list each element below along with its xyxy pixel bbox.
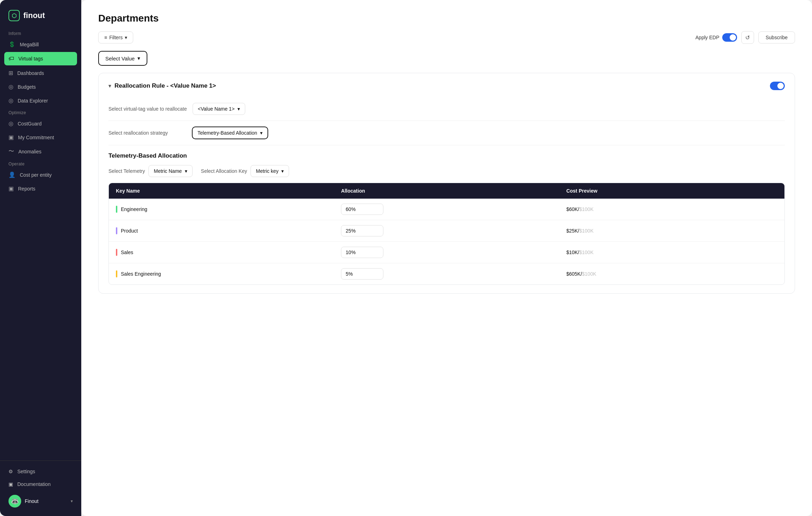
sidebar-item-anomalies[interactable]: 〜 Anomalies: [0, 144, 81, 159]
allocation-cell[interactable]: [334, 199, 559, 220]
data-explorer-icon: ◎: [8, 97, 13, 104]
telemetry-section: Telemetry-Based Allocation Select Teleme…: [108, 152, 785, 285]
filter-icon: ≡: [104, 35, 107, 40]
reset-button[interactable]: ↺: [741, 31, 754, 44]
telemetry-title: Telemetry-Based Allocation: [108, 152, 785, 159]
key-name-group: Sales: [116, 249, 327, 256]
cost-main: $10K/: [566, 250, 579, 255]
collapse-icon[interactable]: ▾: [108, 83, 111, 89]
reallocation-toggle[interactable]: [770, 82, 785, 90]
sidebar-item-reports[interactable]: ▣ Reports: [0, 182, 81, 195]
sidebar-item-label: CostGuard: [18, 121, 42, 127]
reports-icon: ▣: [8, 185, 14, 192]
sidebar-item-documentation[interactable]: ▣ Documentation: [0, 478, 81, 491]
allocation-cell[interactable]: [334, 242, 559, 263]
allocation-input[interactable]: [341, 268, 383, 280]
table-row: Engineering $60K/$100K: [109, 199, 784, 220]
allocation-cell[interactable]: [334, 263, 559, 285]
settings-icon: ⚙: [8, 469, 13, 474]
metric-key-value: Metric key: [256, 168, 278, 174]
logo: ⬡ finout: [0, 0, 81, 28]
documentation-icon: ▣: [8, 481, 13, 487]
sidebar-item-label: Budgets: [18, 84, 36, 90]
metric-name-value: Metric Name: [154, 168, 182, 174]
allocation-input[interactable]: [341, 225, 383, 236]
cost-preview-cell: $605K/$100K: [559, 266, 784, 282]
select-value-button[interactable]: Select Value ▾: [98, 51, 147, 66]
settings-label: Settings: [17, 469, 35, 474]
toolbar-left: ≡ Filters ▾: [98, 31, 133, 43]
reallocation-card: ▾ Reallocation Rule - <Value Name 1> Sel…: [98, 73, 795, 294]
reset-icon: ↺: [745, 34, 750, 41]
sidebar-item-data-explorer[interactable]: ◎ Data Explorer: [0, 94, 81, 107]
avatar: 🦝: [8, 495, 21, 508]
toggle-knob: [730, 34, 736, 41]
sidebar-bottom: ⚙ Settings ▣ Documentation 🦝 Finout ▾: [0, 461, 81, 516]
key-name-group: Engineering: [116, 206, 327, 213]
sidebar-item-cost-per-entity[interactable]: 👤 Cost per entity: [0, 168, 81, 182]
virtual-tag-label: Select virtual-tag value to reallocate: [108, 106, 187, 112]
key-name-text: Sales Engineering: [121, 271, 161, 277]
header-allocation: Allocation: [334, 183, 559, 199]
strategy-select[interactable]: Telemetry-Based Allocation ▾: [192, 127, 268, 139]
strategy-value: Telemetry-Based Allocation: [198, 130, 257, 136]
sidebar-item-label: Cost per entity: [20, 172, 52, 178]
sidebar-item-my-commitment[interactable]: ▣ My Commitment: [0, 130, 81, 144]
table-header: Key Name Allocation Cost Preview: [109, 183, 784, 199]
virtual-tags-icon: 🏷: [8, 55, 14, 62]
metric-key-chevron-icon: ▾: [281, 168, 284, 174]
sidebar-item-costguard[interactable]: ◎ CostGuard: [0, 117, 81, 130]
page-title: Departments: [98, 13, 795, 24]
commitment-icon: ▣: [8, 134, 14, 141]
virtual-tag-value: <Value Name 1>: [198, 106, 235, 112]
color-bar: [116, 206, 117, 213]
select-alloc-key-group: Select Allocation Key Metric key ▾: [201, 165, 289, 177]
metric-name-select[interactable]: Metric Name ▾: [148, 165, 192, 177]
filters-chevron-icon: ▾: [125, 35, 127, 40]
sidebar-item-settings[interactable]: ⚙ Settings: [0, 465, 81, 478]
strategy-chevron-icon: ▾: [260, 130, 263, 136]
cost-total: $100K: [579, 228, 593, 234]
strategy-row: Select reallocation strategy Telemetry-B…: [108, 121, 785, 145]
key-name-group: Product: [116, 227, 327, 234]
table-row: Sales $10K/$100K: [109, 242, 784, 263]
filters-button[interactable]: ≡ Filters ▾: [98, 31, 133, 43]
virtual-tag-select[interactable]: <Value Name 1> ▾: [193, 103, 245, 115]
cost-main: $605K/: [566, 271, 582, 277]
budgets-icon: ◎: [8, 83, 13, 90]
sidebar-item-label: Reports: [18, 186, 35, 192]
subscribe-button[interactable]: Subscribe: [758, 31, 795, 43]
allocation-input[interactable]: [341, 247, 383, 258]
cost-total: $100K: [579, 250, 593, 255]
section-label-optimize: Optimize: [0, 107, 81, 117]
cost-preview-cell: $25K/$100K: [559, 223, 784, 239]
sidebar-item-label: MegaBill: [20, 42, 39, 47]
sidebar-item-virtual-tags[interactable]: 🏷 Virtual tags: [4, 52, 77, 65]
apply-edp-label: Apply EDP: [695, 35, 719, 40]
toolbar-right: Apply EDP ↺ Subscribe: [695, 31, 795, 44]
select-value-chevron-icon: ▾: [137, 55, 140, 61]
megabill-icon: 💲: [8, 41, 16, 48]
key-name-cell: Sales: [109, 244, 334, 261]
sidebar-item-label: Dashboards: [17, 70, 44, 76]
sidebar-item-label: My Commitment: [18, 135, 54, 140]
reallocation-title: ▾ Reallocation Rule - <Value Name 1>: [108, 82, 216, 89]
sidebar-item-megabill[interactable]: 💲 MegaBill: [0, 37, 81, 51]
apply-edp-toggle[interactable]: [722, 33, 737, 42]
allocation-cell[interactable]: [334, 220, 559, 241]
sidebar-item-budgets[interactable]: ◎ Budgets: [0, 80, 81, 94]
user-row[interactable]: 🦝 Finout ▾: [0, 491, 81, 512]
sidebar-item-dashboards[interactable]: ⊞ Dashboards: [0, 66, 81, 80]
allocation-input[interactable]: [341, 204, 383, 215]
sidebar-item-label: Anomalies: [18, 149, 41, 154]
color-bar: [116, 249, 117, 256]
reallocation-title-text: Reallocation Rule - <Value Name 1>: [114, 82, 216, 89]
filters-label: Filters: [109, 35, 123, 40]
main-content: Departments ≡ Filters ▾ Apply EDP ↺ Subs…: [81, 0, 812, 516]
reallocation-toggle-knob: [777, 83, 784, 89]
telemetry-selectors: Select Telemetry Metric Name ▾ Select Al…: [108, 165, 785, 177]
metric-key-select[interactable]: Metric key ▾: [251, 165, 289, 177]
virtual-tag-chevron-icon: ▾: [237, 106, 240, 112]
cost-per-entity-icon: 👤: [8, 171, 16, 178]
strategy-label: Select reallocation strategy: [108, 130, 186, 136]
